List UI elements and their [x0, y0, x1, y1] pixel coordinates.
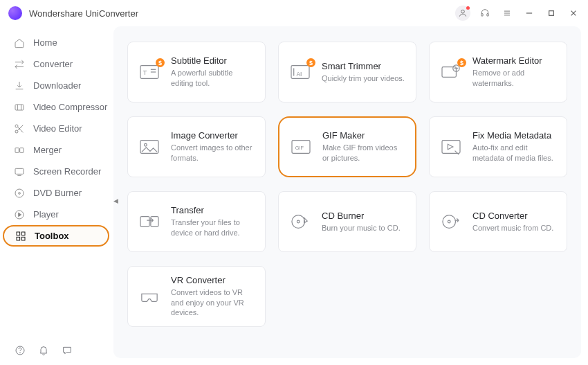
svg-rect-27	[21, 237, 25, 240]
svg-point-29	[20, 353, 21, 353]
sidebar-item-merger[interactable]: Merger	[0, 139, 113, 161]
sidebar-item-dvd[interactable]: DVD Burner	[0, 182, 113, 204]
tool-smart-trimmer[interactable]: AI $ Smart Trimmer Quickly trim your vid…	[278, 42, 416, 103]
menu-icon[interactable]	[499, 6, 515, 21]
sidebar-item-label: Home	[33, 37, 57, 48]
svg-rect-1	[481, 14, 483, 16]
tool-desc: A powerful subtitle editing tool.	[171, 68, 255, 89]
sidebar-item-player[interactable]: Player	[0, 204, 113, 225]
tool-gif-maker[interactable]: GIF GIF Maker Make GIF from videos or pi…	[278, 116, 416, 177]
sidebar-item-converter[interactable]: Converter	[0, 53, 113, 75]
sidebar-item-label: Screen Recorder	[33, 166, 101, 177]
image-icon	[138, 136, 161, 157]
scissors-icon	[14, 123, 25, 134]
svg-rect-24	[17, 232, 20, 235]
svg-rect-26	[17, 237, 20, 240]
cd-converter-icon	[439, 211, 463, 232]
download-icon	[14, 80, 25, 91]
svg-rect-44	[442, 141, 460, 154]
tool-cd-burner[interactable]: CD Burner Burn your music to CD.	[278, 191, 416, 252]
compress-icon	[14, 102, 25, 113]
tool-title: CD Converter	[472, 211, 553, 221]
tool-subtitle-editor[interactable]: T $ Subtitle Editor A powerful subtitle …	[127, 42, 266, 103]
gif-icon: GIF	[289, 136, 313, 157]
tool-title: Transfer	[171, 205, 255, 215]
svg-rect-7	[549, 11, 554, 16]
sidebar-item-label: Downloader	[33, 80, 81, 91]
sidebar-item-compressor[interactable]: Video Compressor	[0, 96, 113, 118]
svg-text:AI: AI	[296, 71, 302, 78]
svg-text:T: T	[143, 69, 147, 76]
tool-vr-converter[interactable]: VR Converter Convert videos to VR and en…	[127, 266, 266, 327]
tool-desc: Make GIF from videos or pictures.	[322, 143, 405, 163]
bell-icon[interactable]	[37, 344, 50, 357]
tool-desc: Convert videos to VR and enjoy on your V…	[171, 287, 255, 319]
cd-burner-icon	[288, 211, 312, 232]
tool-fix-metadata[interactable]: Fix Media Metadata Auto-fix and edit met…	[429, 116, 567, 177]
svg-rect-10	[15, 105, 24, 110]
premium-badge: $	[156, 58, 165, 67]
transfer-icon	[138, 211, 161, 232]
tool-desc: Convert music from CD.	[472, 223, 553, 233]
sidebar-bottom	[0, 344, 113, 357]
watermark-icon: $	[439, 62, 463, 82]
sidebar-collapse-handle[interactable]: ◀	[111, 195, 120, 206]
svg-rect-2	[487, 14, 488, 16]
tool-title: CD Burner	[322, 211, 401, 221]
sidebar-item-toolbox[interactable]: Toolbox	[3, 225, 109, 247]
premium-badge: $	[457, 58, 466, 67]
tool-title: Image Converter	[171, 130, 255, 141]
recorder-icon	[14, 166, 25, 177]
sidebar-item-recorder[interactable]: Screen Recorder	[0, 161, 113, 182]
svg-rect-46	[140, 217, 149, 227]
tool-title: Fix Media Metadata	[472, 130, 557, 141]
svg-text:GIF: GIF	[295, 145, 304, 151]
svg-point-48	[292, 215, 305, 229]
maximize-button[interactable]	[544, 6, 559, 21]
app-logo	[8, 6, 22, 20]
minimize-button[interactable]	[522, 6, 537, 21]
svg-point-21	[15, 189, 24, 197]
sidebar-item-label: Video Editor	[33, 123, 82, 134]
svg-rect-25	[21, 232, 25, 235]
tool-grid: T $ Subtitle Editor A powerful subtitle …	[113, 26, 581, 358]
tool-desc: Burn your music to CD.	[322, 223, 401, 233]
app-title: Wondershare UniConverter	[29, 8, 138, 19]
help-icon[interactable]	[14, 344, 26, 357]
app-body: Home Converter Downloader Video Compress…	[0, 26, 588, 365]
sidebar-item-label: Converter	[33, 59, 73, 69]
close-button[interactable]	[566, 6, 581, 21]
premium-badge: $	[306, 58, 315, 67]
svg-point-0	[461, 10, 465, 13]
disc-icon	[14, 188, 25, 199]
feedback-icon[interactable]	[61, 344, 73, 357]
tool-desc: Remove or add watermarks.	[472, 68, 557, 89]
svg-rect-18	[20, 148, 24, 152]
home-icon	[14, 37, 25, 48]
sidebar-item-label: Video Compressor	[33, 102, 107, 112]
tool-watermark-editor[interactable]: $ Watermark Editor Remove or add waterma…	[429, 42, 567, 103]
tool-title: VR Converter	[171, 275, 255, 285]
sidebar-item-label: Merger	[33, 145, 62, 155]
sidebar-item-home[interactable]: Home	[0, 32, 113, 53]
svg-rect-40	[140, 141, 158, 154]
svg-point-14	[15, 130, 18, 133]
headset-icon[interactable]	[477, 6, 493, 21]
converter-icon	[14, 59, 25, 70]
tool-image-converter[interactable]: Image Converter Convert images to other …	[127, 116, 266, 177]
svg-rect-17	[15, 148, 19, 152]
tool-cd-converter[interactable]: CD Converter Convert music from CD.	[429, 191, 567, 252]
account-icon[interactable]	[455, 6, 470, 21]
svg-point-51	[448, 220, 450, 223]
tool-transfer[interactable]: Transfer Transfer your files to device o…	[127, 191, 266, 252]
svg-point-41	[145, 143, 147, 146]
sidebar-item-label: Toolbox	[35, 231, 69, 241]
tool-title: Subtitle Editor	[171, 55, 255, 66]
svg-point-50	[443, 215, 456, 229]
sidebar-item-editor[interactable]: Video Editor	[0, 118, 113, 139]
svg-point-49	[297, 220, 300, 223]
metadata-icon	[439, 136, 463, 157]
svg-rect-37	[442, 67, 456, 78]
tool-desc: Quickly trim your videos.	[322, 73, 405, 84]
sidebar-item-downloader[interactable]: Downloader	[0, 75, 113, 96]
